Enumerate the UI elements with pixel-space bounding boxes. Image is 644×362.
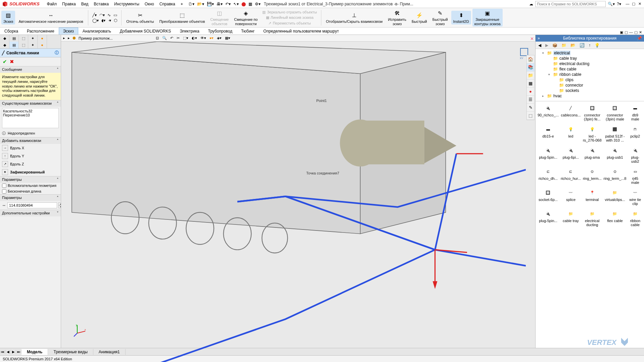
menu-insert[interactable]: Вставка xyxy=(91,2,111,6)
doc-max-icon[interactable]: ▢ xyxy=(634,30,638,35)
pm-section-params[interactable]: Параметры˄ xyxy=(0,194,61,201)
library-item[interactable]: ▬db15-e xyxy=(537,124,559,143)
doc-expand-icon[interactable]: ▢ xyxy=(625,30,628,35)
library-menu-icon[interactable]: » xyxy=(538,36,540,41)
zoom-fit-icon[interactable]: ⊡ xyxy=(156,36,159,40)
ribbon-convert[interactable]: ⬚Преобразование объектов xyxy=(157,11,207,24)
lib-fwd-icon[interactable]: ▶ xyxy=(545,43,548,48)
tree-expand-icon[interactable]: ▾ xyxy=(542,51,546,55)
library-item[interactable]: 〰wire tie clip xyxy=(628,188,643,206)
relation-fixed[interactable]: ⌖Зафиксированный xyxy=(0,168,61,176)
view-orientation-icon[interactable]: ⬚▾ xyxy=(183,36,188,40)
model-canvas[interactable] xyxy=(61,42,526,362)
tab-prev-icon[interactable]: ◀ xyxy=(5,350,11,354)
doc-collapse-icon[interactable]: ▣ xyxy=(620,30,623,35)
tree-item[interactable]: 📁electrical ducting xyxy=(536,61,643,66)
rebuild-icon[interactable]: ⬤ xyxy=(241,2,246,6)
tree-item[interactable]: ▸📁hvac xyxy=(536,93,643,99)
relation-along-z[interactable]: ↗Вдоль Z xyxy=(0,160,61,168)
pm-help-icon[interactable]: ⓘ xyxy=(55,50,59,56)
apply-scene-icon[interactable]: ◈▾ xyxy=(217,36,222,40)
ribbon-rapid-sketch[interactable]: ✎Быстрый эскиз xyxy=(430,9,450,26)
relation-along-x[interactable]: →Вдоль X xyxy=(0,144,61,152)
spline-tool-icon[interactable]: ∿ xyxy=(107,13,111,17)
library-item[interactable]: ▬db9 male xyxy=(628,103,643,122)
pm-tab-appearance-icon[interactable]: ● xyxy=(38,35,47,42)
menu-window[interactable]: Окно xyxy=(142,2,157,6)
library-item[interactable]: ⊏richco_dh... xyxy=(537,167,559,185)
library-item[interactable]: 🔌90_richco_... xyxy=(537,103,559,122)
point-tool-icon[interactable]: ·▾ xyxy=(108,18,111,23)
library-item[interactable]: ⊙ring_term_...8 xyxy=(603,167,627,185)
pin-icon[interactable]: 📌 xyxy=(637,36,642,41)
pm-tab2-3-icon[interactable]: ⬚ xyxy=(19,42,28,48)
menu-help[interactable]: Справка xyxy=(157,2,178,6)
library-item[interactable]: 📁cable tray xyxy=(560,209,582,227)
library-item[interactable]: ▭rj45 male xyxy=(628,167,643,185)
taskpane-props-icon[interactable]: ☰ xyxy=(527,96,534,104)
pm-tab-planes-icon[interactable]: ✦ xyxy=(28,35,38,42)
taskpane-library-icon[interactable]: 📚 xyxy=(527,63,534,71)
library-item[interactable]: ⊓pclip2 xyxy=(628,124,643,143)
pm-tab2-4-icon[interactable]: ✦ xyxy=(28,42,38,48)
tab-assembly[interactable]: Сборка xyxy=(0,28,22,35)
library-item[interactable]: 🔌plug-usb2 xyxy=(628,146,643,164)
tree-item[interactable]: 📁clips xyxy=(536,77,643,83)
pm-section-additional[interactable]: Дополнительные настройки˅ xyxy=(0,210,61,216)
edit-appearance-icon[interactable]: ●▾ xyxy=(210,36,214,40)
pm-tab2-1-icon[interactable]: ◆ xyxy=(0,42,9,48)
tree-item[interactable]: ▾📁electrical xyxy=(536,50,643,56)
minimize-icon[interactable]: — xyxy=(625,2,630,6)
library-grid[interactable]: 🔌90_richco_...╱cablecons...🔲connector (3… xyxy=(536,101,644,348)
ribbon-repair[interactable]: 🛠Исправить эскиз xyxy=(386,9,408,26)
doc-min-icon[interactable]: — xyxy=(629,30,633,35)
breadcrumb-icon[interactable]: ▸ xyxy=(68,36,70,40)
pm-section-existing[interactable]: Существующие взаимосвязи˄ xyxy=(0,100,61,107)
pm-cancel-icon[interactable]: ✖ xyxy=(10,59,14,65)
options-icon[interactable]: ▦ xyxy=(248,2,252,6)
taskpane-forum-icon[interactable]: ✎ xyxy=(527,104,534,112)
tree-item[interactable]: ▾📁ribbon cable xyxy=(536,72,643,77)
lib-up-icon[interactable]: ↑ xyxy=(589,43,591,48)
library-item[interactable]: 🔌plug-usb1 xyxy=(603,146,627,164)
tree-item[interactable]: 📁cable tray xyxy=(536,56,643,61)
tree-item[interactable]: 📁flex cable xyxy=(536,66,643,72)
option-aux-geom[interactable]: Вспомогательная геометрия xyxy=(0,183,61,189)
ribbon-instant2d[interactable]: ⬍Instant2D xyxy=(451,11,471,24)
tab-evaluate[interactable]: Анализировать xyxy=(78,28,116,35)
taskpane-appearance-icon[interactable]: ● xyxy=(527,88,534,96)
exit-sketch-icon[interactable]: ✕ xyxy=(530,36,534,41)
tab-tubing[interactable]: Тюбинг xyxy=(237,28,259,35)
doc-close-icon[interactable]: ✕ xyxy=(639,30,642,35)
lib-add-loc-icon[interactable]: 📦 xyxy=(552,43,557,48)
section-view-icon[interactable]: ✂ xyxy=(177,36,180,40)
new-icon[interactable]: 🗋▾ xyxy=(188,2,194,6)
print-icon[interactable]: 🖶▾ xyxy=(217,2,223,6)
ribbon-smart-dimension[interactable]: ↔Автоматическое нанесение размеров xyxy=(16,11,85,24)
tab-sketch[interactable]: Эскиз xyxy=(59,28,78,35)
lib-cfg-icon[interactable]: 💡 xyxy=(595,43,600,48)
menu-file[interactable]: Файл xyxy=(44,2,60,6)
graphics-viewport[interactable]: ▸ ▸ ⬣ Пример располож... ⊡ 🔍 ↶ ✂ ⬚▾ ◐▾ 👁… xyxy=(61,35,535,348)
breadcrumb[interactable]: Пример располож... xyxy=(79,36,113,40)
slot-tool-icon[interactable]: ◖▾ xyxy=(101,18,105,23)
line-tool-icon[interactable]: ╱▾ xyxy=(92,13,97,17)
pm-tab2-5-icon[interactable]: ● xyxy=(38,42,47,48)
tab-next-icon[interactable]: ▶ xyxy=(11,350,16,354)
library-item[interactable]: ⬛pabst 512f - with 310 ... xyxy=(603,124,627,143)
taskpane-view-icon[interactable]: ▦ xyxy=(527,80,534,88)
library-item[interactable]: 🔌plug-5pin... xyxy=(537,146,559,164)
menu-tools[interactable]: Инструменты xyxy=(111,2,142,6)
ribbon-quick-snap[interactable]: ⚡Быстрый xyxy=(410,11,429,24)
hide-show-icon[interactable]: 👁▾ xyxy=(200,36,206,40)
library-item[interactable]: 📁flex cable xyxy=(603,209,627,227)
tab-electrical[interactable]: Электрика xyxy=(175,28,203,35)
ribbon-show-relations[interactable]: ⊥Отобразить/Скрыть взаимосвязи xyxy=(324,11,385,24)
zoom-area-icon[interactable]: 🔍 xyxy=(162,36,167,40)
spin-down-icon[interactable]: ▼ xyxy=(58,205,61,208)
library-item[interactable]: ⊏richco_hur... xyxy=(560,167,582,185)
tab-layout[interactable]: Расположение xyxy=(22,28,59,35)
infinite-checkbox[interactable] xyxy=(2,189,6,194)
tab-first-icon[interactable]: ⏮ xyxy=(0,350,5,354)
pm-section-message[interactable]: Сообщение˄ xyxy=(0,66,61,73)
